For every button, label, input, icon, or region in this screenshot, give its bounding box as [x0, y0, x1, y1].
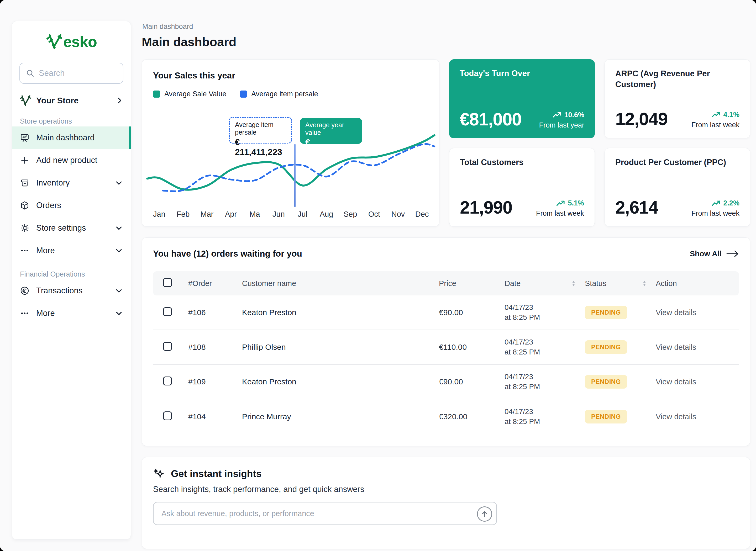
orders-table-header: #OrderCustomer namePriceDateStatusAction — [153, 271, 739, 296]
row-checkbox[interactable] — [163, 307, 172, 316]
sidebar-item-label: More — [36, 246, 108, 255]
euro-circle-icon — [20, 286, 29, 296]
x-tick-oct: Oct — [362, 210, 386, 218]
nav-section-label-financial-operations: Financial Operations — [12, 270, 131, 279]
tooltip-label: Average year value — [305, 121, 357, 136]
cell-date: 04/17/23at 8:25 PM — [504, 337, 585, 357]
cell-action: View details — [656, 377, 739, 386]
sidebar-item-orders[interactable]: Orders — [12, 194, 131, 217]
time-line: at 8:25 PM — [504, 313, 585, 323]
arrow-up-icon — [481, 510, 488, 518]
status-badge-pending: PENDING — [585, 410, 627, 424]
arrow-right-icon — [726, 250, 739, 258]
kpi-card-product-per-customer-ppc: Product Per Customer (PPC)2,6142.2%From … — [605, 148, 750, 227]
kpi-trend: 4.1%From last week — [691, 111, 739, 129]
column-header-date[interactable]: Date — [504, 279, 585, 288]
column-header-label: Customer name — [242, 279, 296, 288]
column-header-label: Status — [585, 279, 607, 288]
kpi-value: 12,049 — [615, 109, 668, 129]
sort-icon[interactable] — [643, 281, 646, 286]
sidebar-nav: Store operationsMain dashboardAdd new pr… — [12, 117, 131, 325]
sidebar-item-label: Inventory — [36, 178, 108, 187]
chart-tooltip-item-persale: Average item persale € 211,411,223 — [229, 117, 292, 143]
chevron-down-icon — [115, 224, 123, 232]
store-switcher[interactable]: Your Store — [19, 92, 123, 109]
sort-icon[interactable] — [572, 281, 576, 286]
kpi-trend: 2.2%From last week — [691, 199, 739, 217]
tooltip-value: € 211,411,223 — [235, 137, 286, 157]
sidebar-item-main-dashboard[interactable]: Main dashboard — [12, 126, 131, 149]
brand-logo: esko — [12, 30, 131, 53]
trend-period-label: From last week — [691, 209, 739, 217]
row-checkbox[interactable] — [163, 342, 172, 351]
kpi-trend-percent: 2.2% — [691, 199, 739, 207]
trend-value: 2.2% — [723, 199, 739, 207]
trend-up-icon — [712, 200, 721, 207]
row-checkbox[interactable] — [163, 411, 172, 420]
row-checkbox[interactable] — [163, 377, 172, 386]
ellipsis-icon — [20, 246, 29, 255]
chevron-down-icon — [115, 309, 123, 317]
view-details-link[interactable]: View details — [656, 378, 696, 386]
select-all-checkbox[interactable] — [163, 278, 172, 287]
kpi-bottom: 2,6142.2%From last week — [615, 197, 739, 217]
chevron-right-icon — [115, 96, 123, 104]
gear-icon — [20, 223, 29, 233]
x-tick-jan: Jan — [147, 210, 171, 218]
sidebar-item-inventory[interactable]: Inventory — [12, 171, 131, 194]
sales-chart-title: Your Sales this year — [153, 71, 428, 81]
kpi-trend-percent: 10.6% — [539, 111, 584, 119]
cell-status: PENDING — [585, 306, 656, 319]
kpi-card-arpc-avg-revenue-per-customer: ARPC (Avg Revenue Per Customer)12,0494.1… — [605, 59, 750, 138]
date-line: 04/17/23 — [504, 407, 585, 417]
sidebar-item-more[interactable]: More — [12, 239, 131, 262]
sidebar-item-store-settings[interactable]: Store settings — [12, 217, 131, 239]
table-row-order-106: #106Keaton Preston€90.0004/17/23at 8:25 … — [153, 296, 739, 330]
search-input[interactable] — [39, 68, 131, 78]
kpi-grid: Today's Turn Over€81,00010.6%From last y… — [449, 59, 750, 227]
x-tick-feb: Feb — [171, 210, 195, 218]
kpi-card-total-customers: Total Customers21,9905.1%From last week — [449, 148, 595, 227]
cell-price: €320.00 — [439, 412, 504, 421]
date-line: 04/17/23 — [504, 337, 585, 347]
cell-price: €90.00 — [439, 308, 504, 317]
sidebar-item-more[interactable]: More — [12, 302, 131, 325]
view-details-link[interactable]: View details — [656, 413, 696, 421]
insights-input[interactable] — [161, 509, 470, 518]
view-details-link[interactable]: View details — [656, 343, 696, 351]
column-header-label: Price — [439, 279, 456, 288]
trend-value: 5.1% — [568, 199, 584, 207]
legend-label: Average item persale — [251, 90, 318, 98]
x-tick-ma: Ma — [243, 210, 267, 218]
sidebar-item-add-new-product[interactable]: Add new product — [12, 149, 131, 171]
cell-status: PENDING — [585, 410, 656, 424]
kpi-title: Today's Turn Over — [460, 68, 575, 79]
column-header-status[interactable]: Status — [585, 279, 656, 288]
x-tick-jul: Jul — [291, 210, 315, 218]
cell-action: View details — [656, 308, 739, 317]
row-checkbox-cell — [153, 307, 188, 318]
sidebar-item-transactions[interactable]: Transactions — [12, 280, 131, 302]
column-header-label: Date — [504, 279, 520, 288]
plus-icon — [20, 155, 29, 165]
tooltip-value: € 339,091,888 — [305, 137, 357, 157]
view-details-link[interactable]: View details — [656, 308, 696, 317]
cell-date: 04/17/23at 8:25 PM — [504, 303, 585, 323]
kpi-value: 21,990 — [460, 197, 512, 217]
time-line: at 8:25 PM — [504, 382, 585, 392]
show-all-link[interactable]: Show All — [690, 249, 739, 258]
archive-box-icon — [20, 178, 29, 187]
table-row-order-108: #108Phillip Olsen€110.0004/17/23at 8:25 … — [153, 330, 739, 365]
sales-chart-card: Your Sales this year Average Sale ValueA… — [142, 59, 439, 227]
row-checkbox-cell — [153, 342, 188, 353]
column-header-label: #Order — [188, 279, 212, 288]
chevron-down-icon — [115, 246, 123, 254]
trend-value: 4.1% — [723, 111, 739, 119]
submit-question-button[interactable] — [477, 506, 492, 522]
ellipsis-icon — [20, 309, 29, 318]
cell-date: 04/17/23at 8:25 PM — [504, 372, 585, 392]
sidebar-item-label: Transactions — [36, 286, 108, 296]
orders-card: You have (12) orders waiting for you Sho… — [142, 237, 750, 446]
kpi-value: 2,614 — [615, 197, 658, 217]
kpi-trend: 10.6%From last year — [539, 111, 584, 129]
